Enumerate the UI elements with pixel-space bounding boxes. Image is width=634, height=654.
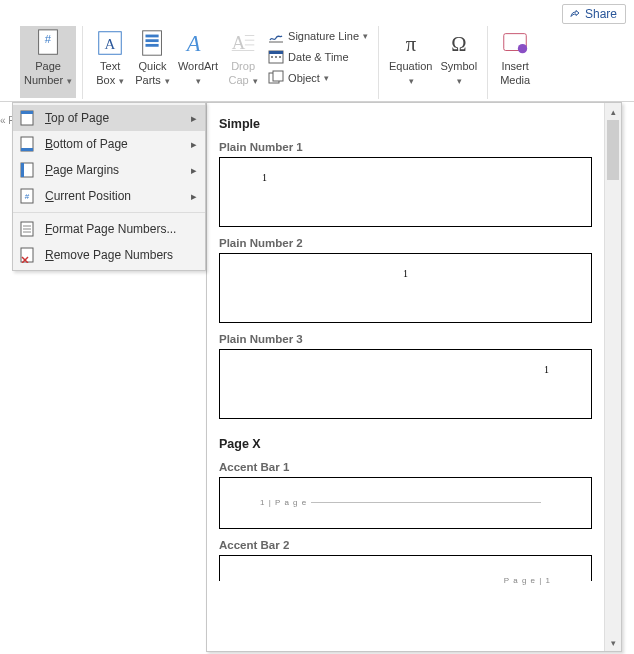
menu-page-margins[interactable]: Page Margins ▸ (13, 157, 205, 183)
preview-number: 1 (262, 172, 267, 183)
preview-label-plain1: Plain Number 1 (219, 141, 592, 153)
signature-line-icon (268, 28, 284, 44)
symbol-label: Symbol (440, 60, 477, 72)
svg-rect-4 (142, 31, 161, 55)
svg-text:A: A (232, 32, 246, 53)
insert-media-icon (500, 28, 530, 58)
share-label: Share (585, 7, 617, 21)
preview-accent-bar-1[interactable]: 1 | P a g e (219, 477, 592, 529)
svg-rect-29 (21, 148, 33, 151)
date-time-label: Date & Time (288, 51, 349, 63)
equation-label: Equation (389, 60, 432, 72)
page-number-gallery: Simple Plain Number 1 1 Plain Number 2 1… (206, 102, 622, 652)
wordart-icon: A (183, 28, 213, 58)
drop-cap-label-2: Cap (228, 74, 248, 86)
preview-plain-number-3[interactable]: 1 (219, 349, 592, 419)
symbol-icon: Ω (444, 28, 474, 58)
menu-remove-page-numbers[interactable]: Remove Page Numbers (13, 242, 205, 268)
bottom-of-page-icon (19, 136, 35, 152)
quick-parts-icon (138, 28, 168, 58)
menu-current-position[interactable]: # Current Position ▸ (13, 183, 205, 209)
text-box-label-1: Text (100, 60, 120, 72)
share-button[interactable]: Share (562, 4, 626, 24)
ribbon-group-symbols: π Equation▾ Ω Symbol▾ (379, 26, 488, 99)
submenu-arrow-icon: ▸ (191, 112, 197, 125)
svg-rect-21 (273, 71, 283, 81)
drop-cap-button: A DropCap ▾ (222, 26, 264, 98)
menu-top-label: Top of Page (45, 111, 185, 125)
quick-parts-label-1: Quick (139, 60, 167, 72)
preview-label-accent1: Accent Bar 1 (219, 461, 592, 473)
scroll-up-button[interactable]: ▴ (605, 103, 621, 120)
object-icon (268, 70, 284, 86)
wordart-button[interactable]: A WordArt▾ (174, 26, 222, 98)
text-box-label-2: Box (96, 74, 115, 86)
svg-rect-38 (21, 248, 33, 262)
page-number-label-2: Number (24, 74, 63, 86)
menu-bottom-of-page[interactable]: Bottom of Page ▸ (13, 131, 205, 157)
quick-parts-button[interactable]: QuickParts ▾ (131, 26, 174, 98)
text-small-stack: Signature Line ▾ Date & Time Object ▾ (264, 26, 372, 88)
page-margins-icon (19, 162, 35, 178)
svg-text:Ω: Ω (451, 33, 466, 55)
symbol-button[interactable]: Ω Symbol▾ (436, 26, 481, 98)
top-of-page-icon (19, 110, 35, 126)
page-number-label-1: Page (35, 60, 61, 72)
share-icon (569, 8, 581, 20)
svg-rect-6 (145, 39, 158, 42)
svg-text:A: A (185, 31, 201, 56)
svg-rect-19 (279, 56, 281, 58)
scroll-thumb[interactable] (607, 120, 619, 180)
svg-rect-27 (21, 111, 33, 114)
svg-text:#: # (45, 33, 52, 45)
insert-media-button[interactable]: InsertMedia (494, 26, 536, 98)
ribbon-group-text: A TextBox ▾ QuickParts ▾ A WordArt▾ A Dr… (83, 26, 379, 99)
menu-separator (13, 212, 205, 213)
page-number-button[interactable]: # PageNumber ▾ (20, 26, 76, 98)
ribbon: # PageNumber ▾ A TextBox ▾ QuickParts ▾ … (0, 0, 634, 102)
object-label: Object (288, 72, 320, 84)
chevron-down-icon: ▾ (196, 76, 201, 86)
menu-margins-label: Page Margins (45, 163, 185, 177)
preview-label-plain2: Plain Number 2 (219, 237, 592, 249)
object-button[interactable]: Object ▾ (264, 68, 372, 88)
preview-plain-number-2[interactable]: 1 (219, 253, 592, 323)
ribbon-group-media: InsertMedia (488, 26, 542, 99)
date-time-icon (268, 49, 284, 65)
remove-page-numbers-icon (19, 247, 35, 263)
equation-button[interactable]: π Equation▾ (385, 26, 436, 98)
menu-remove-label: Remove Page Numbers (45, 248, 197, 262)
page-number-icon: # (33, 28, 63, 58)
chevron-down-icon: ▾ (363, 31, 368, 41)
svg-rect-17 (271, 56, 273, 58)
preview-accent-text: P a g e | 1 (504, 576, 551, 585)
menu-top-of-page[interactable]: Top of Page ▸ (13, 105, 205, 131)
menu-format-page-numbers[interactable]: Format Page Numbers... (13, 216, 205, 242)
menu-current-label: Current Position (45, 189, 185, 203)
svg-rect-31 (21, 163, 24, 177)
scroll-down-button[interactable]: ▾ (605, 634, 621, 651)
chevron-down-icon: ▾ (324, 73, 329, 83)
submenu-arrow-icon: ▸ (191, 138, 197, 151)
text-box-button[interactable]: A TextBox ▾ (89, 26, 131, 98)
wordart-label: WordArt (178, 60, 218, 72)
preview-accent-bar-2[interactable]: P a g e | 1 (219, 555, 592, 581)
chevron-down-icon: ▾ (119, 76, 124, 86)
preview-plain-number-1[interactable]: 1 (219, 157, 592, 227)
drop-cap-label-1: Drop (231, 60, 255, 72)
signature-line-label: Signature Line (288, 30, 359, 42)
svg-point-25 (518, 44, 527, 53)
signature-line-button[interactable]: Signature Line ▾ (264, 26, 372, 46)
chevron-down-icon: ▾ (409, 76, 414, 86)
svg-rect-7 (145, 44, 158, 47)
date-time-button[interactable]: Date & Time (264, 47, 372, 67)
gallery-scrollbar[interactable]: ▴ ▾ (604, 103, 621, 651)
text-box-icon: A (95, 28, 125, 58)
quick-parts-label-2: Parts (135, 74, 161, 86)
submenu-arrow-icon: ▸ (191, 190, 197, 203)
ribbon-group-header-footer: # PageNumber ▾ (14, 26, 83, 99)
chevron-down-icon: ▾ (165, 76, 170, 86)
gallery-scroll-area[interactable]: Simple Plain Number 1 1 Plain Number 2 1… (207, 103, 604, 651)
preview-label-accent2: Accent Bar 2 (219, 539, 592, 551)
page-number-menu: Top of Page ▸ Bottom of Page ▸ Page Marg… (12, 102, 206, 271)
